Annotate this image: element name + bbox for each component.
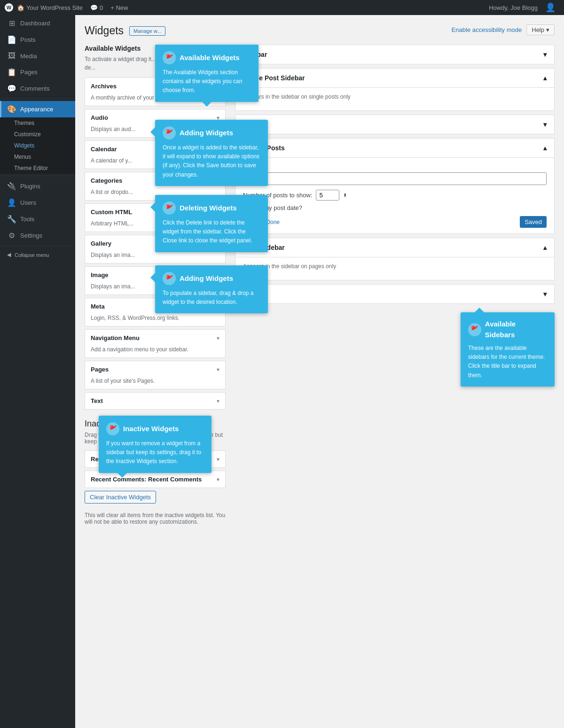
inactive-widget-recent-comments-header[interactable]: Recent Comments: Recent Comments ▾: [85, 471, 225, 488]
display-date-row: Display post date?: [243, 204, 547, 211]
tooltip-adding-widgets-1: 🚩 Adding Widgets Once a widget is added …: [155, 120, 268, 186]
sidebar-recent-posts-body: Title: Number of posts to show: ⬍ Displa…: [235, 157, 554, 233]
media-icon: 🖼: [7, 52, 16, 60]
recent-posts-title-field: Title:: [243, 163, 547, 185]
sidebar-single-post-header[interactable]: Single Post Sidebar ▴: [235, 69, 554, 87]
widget-pages-header[interactable]: Pages ▾: [85, 361, 225, 378]
widget-nav-menu-header[interactable]: Navigation Menu ▾: [85, 330, 225, 346]
manage-widgets-button[interactable]: Manage w...: [129, 26, 165, 36]
clear-inactive-widgets-button[interactable]: Clear Inactive Widgets: [85, 491, 156, 503]
widget-meta-name: Meta: [91, 303, 105, 310]
inactive-widget-recent-posts-chevron: ▾: [217, 456, 219, 463]
sidebar-footer-header[interactable]: Footer ▾: [235, 285, 554, 303]
plugins-icon: 🔌: [7, 182, 16, 191]
tooltip-deleting-widgets: 🚩 Deleting Widgets Click the Delete link…: [155, 195, 268, 252]
recent-posts-done-link[interactable]: Done: [266, 219, 280, 225]
sidebar-item-themes[interactable]: Themes: [0, 117, 75, 129]
sidebar-collapse[interactable]: ◀ Collapse menu: [0, 248, 75, 262]
sidebar-item-plugins[interactable]: 🔌 Plugins: [0, 178, 75, 194]
posts-count-row: Number of posts to show: ⬍: [243, 190, 547, 201]
widget-audio-name: Audio: [91, 114, 108, 121]
widget-nav-menu-chevron: ▾: [217, 335, 219, 341]
sidebar-item-customize[interactable]: Customize: [0, 129, 75, 140]
sidebar-item-menus[interactable]: Menus: [0, 151, 75, 163]
sidebar-section-main-header[interactable]: Sidebar ▾: [235, 45, 554, 64]
sidebar-item-media[interactable]: 🖼 Media: [0, 48, 75, 64]
sidebar-item-dashboard[interactable]: ⊞ Dashboard: [0, 15, 75, 31]
sidebar-section-footer: Footer ▾: [235, 284, 555, 304]
site-name[interactable]: 🏠 Your WordPress Site: [13, 4, 86, 11]
comments-count[interactable]: 💬 0: [86, 4, 107, 11]
settings-icon: ⚙: [7, 231, 16, 240]
sidebar-single-post-desc: Appears in the sidebar on single posts o…: [243, 93, 547, 100]
tooltip-icon-3: 🚩: [163, 201, 176, 215]
sidebar-item-appearance[interactable]: 🎨 Appearance: [0, 101, 75, 117]
widget-image-name: Image: [91, 271, 109, 279]
widget-text-chevron: ▾: [217, 398, 219, 404]
widget-text: Text ▾: [85, 392, 226, 410]
tooltip-icon-5: 🚩: [468, 323, 481, 336]
sidebar-single-post-chevron: ▴: [543, 74, 547, 82]
page-title: Widgets: [85, 24, 124, 37]
collapse-icon: ◀: [7, 252, 11, 258]
widget-archives-name: Archives: [91, 83, 117, 90]
clear-inactive-note: This will clear all items from the inact…: [85, 512, 226, 525]
sidebar-section-single-post: Single Post Sidebar ▴ Appears in the sid…: [235, 68, 555, 111]
tooltip-available-sidebars: 🚩 Available Sidebars These are the avail…: [461, 312, 555, 387]
admin-sidebar: ⊞ Dashboard 📄 Posts 🖼 Media 📋 Pages 💬 Co…: [0, 15, 75, 728]
widget-nav-menu-name: Navigation Menu: [91, 334, 140, 341]
sidebar-search-chevron: ▾: [543, 121, 547, 128]
sidebar-item-pages[interactable]: 📋 Pages: [0, 64, 75, 80]
recent-posts-saved-button[interactable]: Saved: [520, 216, 547, 228]
widget-pages: Pages ▾ A list of your site's Pages.: [85, 361, 226, 389]
tooltip-icon-4: 🚩: [163, 272, 176, 285]
sidebar-main-chevron: ▾: [543, 51, 547, 58]
dashboard-icon: ⊞: [7, 19, 16, 28]
tooltip-available-widgets: 🚩 Available Widgets The Available Widget…: [155, 45, 258, 102]
widget-text-name: Text: [91, 397, 103, 404]
inactive-widget-recent-comments-chevron: ▾: [217, 476, 219, 483]
users-icon: 👤: [7, 198, 16, 207]
recent-posts-title-label: Title:: [243, 163, 547, 170]
sidebar-single-post-body: Appears in the sidebar on single posts o…: [235, 87, 554, 110]
sidebar-item-users[interactable]: 👤 Users: [0, 194, 75, 211]
posts-count-spinner-icon: ⬍: [343, 193, 347, 198]
sidebar-item-tools[interactable]: 🔧 Tools: [0, 211, 75, 227]
widget-categories-name: Categories: [91, 177, 122, 184]
site-icon: 🏠: [17, 4, 24, 11]
widget-pages-desc: A list of your site's Pages.: [85, 378, 225, 389]
sidebar-item-theme-editor[interactable]: Theme Editor: [0, 163, 75, 174]
sidebar-item-posts[interactable]: 📄 Posts: [0, 31, 75, 48]
inactive-widget-recent-comments: Recent Comments: Recent Comments ▾: [85, 471, 226, 488]
user-greeting: Howdy, Joe Blogg: [485, 4, 541, 11]
help-chevron-icon: ▾: [546, 26, 549, 33]
widget-pages-name: Pages: [91, 366, 109, 373]
sidebar-search-header[interactable]: Search ▾: [235, 115, 554, 134]
sidebar-recent-posts-chevron: ▴: [543, 144, 547, 152]
wp-logo-icon[interactable]: W: [5, 3, 13, 12]
recent-posts-title-input[interactable]: [243, 172, 547, 185]
accessibility-mode-link[interactable]: Enable accessibility mode: [452, 26, 522, 33]
sidebar-recent-posts-header[interactable]: Recent Posts ▴: [235, 139, 554, 157]
sidebar-page-header[interactable]: Page Sidebar ▴: [235, 238, 554, 257]
sidebar-page-body: Appears in the sidebar on pages only: [235, 257, 554, 280]
help-button[interactable]: Help ▾: [526, 24, 555, 35]
user-avatar[interactable]: 👤: [541, 2, 559, 13]
pages-icon: 📋: [7, 68, 16, 77]
widget-text-header[interactable]: Text ▾: [85, 393, 225, 409]
tooltip-adding-widgets-2: 🚩 Adding Widgets To populate a sidebar, …: [155, 265, 268, 313]
sidebar-section-recent-posts: Recent Posts ▴ Title: Number of posts to…: [235, 138, 555, 234]
widget-custom-html-name: Custom HTML: [91, 209, 132, 216]
sidebar-page-chevron: ▴: [543, 244, 547, 251]
sidebar-item-settings[interactable]: ⚙ Settings: [0, 227, 75, 244]
new-content[interactable]: + New: [107, 4, 132, 11]
widget-nav-menu-desc: Add a navigation menu to your sidebar.: [85, 346, 225, 357]
admin-bar: W 🏠 Your WordPress Site 💬 0 + New Howdy,…: [0, 0, 564, 15]
sidebar-item-comments[interactable]: 💬 Comments: [0, 80, 75, 97]
sidebar-section-page: Page Sidebar ▴ Appears in the sidebar on…: [235, 238, 555, 280]
posts-icon: 📄: [7, 35, 16, 44]
sidebar-page-desc: Appears in the sidebar on pages only: [243, 263, 547, 270]
tooltip-icon-2: 🚩: [163, 126, 176, 139]
posts-count-input[interactable]: [316, 190, 339, 201]
sidebar-item-widgets[interactable]: Widgets: [0, 140, 75, 151]
